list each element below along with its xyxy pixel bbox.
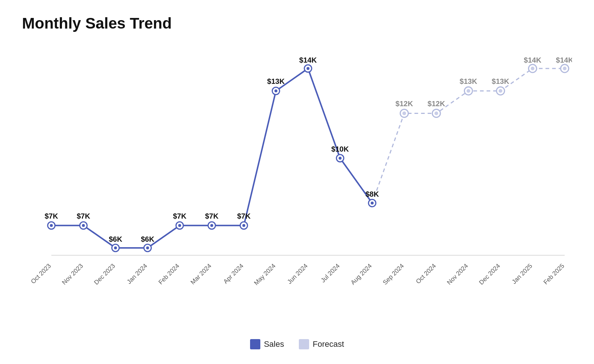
svg-point-36 bbox=[339, 157, 342, 160]
svg-text:$14K: $14K bbox=[299, 56, 317, 64]
svg-text:$6K: $6K bbox=[109, 235, 122, 243]
svg-point-46 bbox=[499, 89, 502, 93]
svg-text:$14K: $14K bbox=[524, 56, 542, 64]
svg-text:Dec 2024: Dec 2024 bbox=[478, 262, 502, 286]
legend-item-forecast: Forecast bbox=[299, 339, 344, 349]
svg-text:$13K: $13K bbox=[492, 77, 509, 85]
svg-text:$7K: $7K bbox=[45, 212, 58, 220]
svg-text:Apr 2024: Apr 2024 bbox=[222, 262, 245, 285]
svg-point-28 bbox=[210, 224, 213, 227]
svg-point-20 bbox=[82, 224, 85, 227]
svg-point-40 bbox=[403, 112, 406, 115]
sales-labels: $7K $7K $6K $6K $7K $7K $7K $13K $14K $1… bbox=[45, 56, 379, 243]
svg-text:Feb 2025: Feb 2025 bbox=[542, 262, 566, 286]
legend-sales-label: Sales bbox=[264, 339, 284, 349]
sales-points bbox=[48, 65, 376, 252]
svg-text:$7K: $7K bbox=[77, 212, 90, 220]
svg-point-32 bbox=[275, 89, 278, 92]
svg-text:$10K: $10K bbox=[331, 145, 349, 153]
legend-forecast-label: Forecast bbox=[313, 339, 344, 349]
svg-text:$7K: $7K bbox=[237, 212, 251, 220]
svg-point-26 bbox=[178, 224, 181, 227]
legend: Sales Forecast bbox=[22, 332, 572, 353]
svg-text:$12K: $12K bbox=[428, 100, 445, 108]
svg-text:$7K: $7K bbox=[205, 212, 219, 220]
svg-text:$8K: $8K bbox=[366, 190, 379, 198]
svg-text:May 2024: May 2024 bbox=[253, 262, 277, 286]
svg-text:Feb 2024: Feb 2024 bbox=[157, 262, 181, 286]
svg-text:Dec 2023: Dec 2023 bbox=[93, 262, 117, 286]
svg-point-42 bbox=[434, 112, 438, 115]
legend-item-sales: Sales bbox=[250, 339, 284, 349]
svg-point-30 bbox=[242, 224, 245, 227]
svg-text:Sep 2024: Sep 2024 bbox=[381, 262, 405, 286]
svg-text:$7K: $7K bbox=[173, 212, 187, 220]
svg-text:Oct 2023: Oct 2023 bbox=[30, 262, 52, 285]
svg-text:Nov 2023: Nov 2023 bbox=[60, 262, 84, 286]
sales-line bbox=[51, 68, 372, 248]
chart-area: Oct 2023 Nov 2023 Dec 2023 Jan 2024 Feb … bbox=[22, 40, 572, 332]
chart-container: Monthly Sales Trend Oct 2023 Nov 2023 De… bbox=[0, 0, 594, 364]
forecast-labels: $12K $12K $13K $13K $14K $14K bbox=[396, 56, 572, 108]
svg-text:Aug 2024: Aug 2024 bbox=[349, 262, 373, 286]
svg-text:$13K: $13K bbox=[267, 77, 285, 85]
svg-text:Nov 2024: Nov 2024 bbox=[445, 262, 469, 286]
chart-title: Monthly Sales Trend bbox=[22, 15, 572, 32]
svg-text:$6K: $6K bbox=[141, 235, 154, 243]
legend-sales-icon bbox=[250, 339, 260, 349]
svg-point-38 bbox=[371, 202, 374, 205]
svg-point-48 bbox=[531, 67, 535, 70]
legend-forecast-icon bbox=[299, 339, 309, 349]
svg-point-22 bbox=[114, 246, 117, 249]
svg-text:$12K: $12K bbox=[396, 100, 413, 108]
svg-text:Oct 2024: Oct 2024 bbox=[415, 262, 437, 285]
x-axis-labels: Oct 2023 Nov 2023 Dec 2023 Jan 2024 Feb … bbox=[30, 262, 566, 286]
svg-text:Jun 2024: Jun 2024 bbox=[286, 262, 309, 285]
svg-text:Jan 2025: Jan 2025 bbox=[510, 262, 534, 285]
svg-text:Jan 2024: Jan 2024 bbox=[125, 262, 148, 285]
svg-point-24 bbox=[146, 246, 149, 249]
svg-text:$14K: $14K bbox=[556, 56, 572, 64]
forecast-points bbox=[400, 64, 569, 118]
svg-text:Jul 2024: Jul 2024 bbox=[319, 262, 341, 284]
svg-point-34 bbox=[307, 67, 309, 70]
chart-svg: Oct 2023 Nov 2023 Dec 2023 Jan 2024 Feb … bbox=[22, 40, 572, 332]
svg-point-18 bbox=[50, 224, 53, 227]
svg-text:$13K: $13K bbox=[460, 77, 477, 85]
svg-point-44 bbox=[467, 89, 470, 93]
svg-text:Mar 2024: Mar 2024 bbox=[189, 262, 213, 286]
svg-point-50 bbox=[563, 67, 566, 70]
